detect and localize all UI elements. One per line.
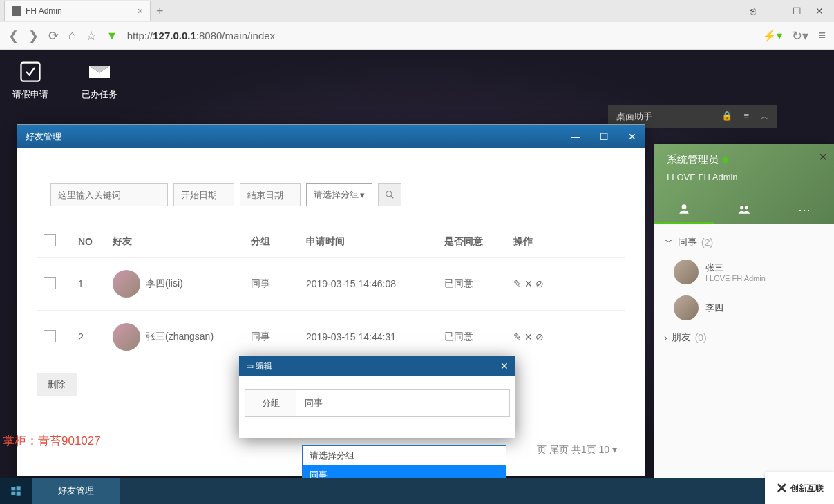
person-icon (677, 202, 691, 216)
brand-text: 掌柜：青苔901027 (3, 433, 101, 449)
browser-tab[interactable]: FH Admin × (4, 1, 151, 21)
back-icon[interactable]: ❮ (8, 28, 19, 43)
group-select[interactable]: 请选择分组▾ (306, 183, 372, 206)
svg-point-1 (386, 191, 392, 197)
chat-panel: × 系统管理员 I LOVE FH Admin ⋯ ﹀同事(2) 张三I LOV… (654, 144, 834, 478)
edit-icon[interactable]: ✎ (513, 331, 524, 342)
window-titlebar[interactable]: 好友管理 — ☐ ✕ (17, 125, 645, 148)
avatar (113, 323, 140, 351)
friend-group-header[interactable]: ﹀同事(2) (664, 231, 824, 254)
collapse-icon[interactable]: ︿ (760, 110, 769, 123)
edit-icon (18, 59, 43, 84)
delete-icon[interactable]: ✕ (524, 331, 536, 342)
window-min-icon[interactable]: — (571, 131, 580, 142)
shield-icon[interactable]: ▼ (106, 30, 117, 42)
forward-icon[interactable]: ❯ (28, 28, 39, 43)
group-dropdown: 请选择分组 同事 朋友 (302, 445, 506, 478)
block-icon[interactable]: ⊘ (536, 331, 547, 342)
avatar (674, 295, 699, 320)
friend-item[interactable]: 李四 (664, 290, 824, 326)
keyword-input[interactable] (50, 183, 168, 206)
desktop-icon-done-tasks[interactable]: 已办任务 (82, 59, 117, 101)
tab-close-icon[interactable]: × (138, 6, 143, 17)
svg-rect-0 (21, 63, 40, 81)
edit-icon[interactable]: ✎ (513, 278, 524, 289)
tab-more[interactable]: ⋯ (774, 196, 834, 224)
window-close-icon[interactable]: ✕ (815, 6, 824, 17)
avatar (113, 270, 140, 298)
dots-icon: ⋯ (798, 202, 811, 217)
end-date-input[interactable] (240, 183, 301, 206)
group-select-value[interactable]: 同事 (296, 390, 509, 416)
dropdown-option[interactable]: 同事 (303, 465, 506, 478)
online-dot-icon (723, 157, 728, 163)
watermark-logo: ✕创新互联 (765, 472, 834, 504)
window-max-icon[interactable]: ☐ (600, 131, 609, 142)
windows-icon (10, 485, 21, 496)
svg-rect-6 (17, 486, 21, 490)
star-icon[interactable]: ☆ (86, 28, 97, 43)
people-icon (737, 203, 752, 217)
undo-icon[interactable]: ↻▾ (792, 28, 808, 43)
bolt-icon[interactable]: ⚡▾ (763, 29, 782, 42)
browser-toolbar: ❮ ❯ ⟳ ⌂ ☆ ▼ http://127.0.0.1:8080/main/i… (0, 22, 834, 50)
tab-favicon (12, 6, 21, 16)
list-icon[interactable]: ≡ (743, 110, 749, 123)
svg-rect-7 (11, 492, 15, 495)
lock-icon[interactable]: 🔒 (721, 110, 732, 123)
avatar (674, 260, 699, 284)
dropdown-option[interactable]: 请选择分组 (303, 446, 506, 465)
chevron-right-icon: › (664, 332, 667, 343)
friend-item[interactable]: 张三I LOVE FH Admin (664, 254, 824, 290)
row-checkbox[interactable] (44, 330, 56, 342)
desktop-area: 请假申请 已办任务 桌面助手 🔒 ≡ ︿ 好友管理 — ☐ ✕ (0, 50, 834, 478)
svg-rect-8 (17, 492, 21, 496)
home-icon[interactable]: ⌂ (68, 28, 76, 43)
taskbar: 好友管理 (0, 478, 834, 504)
modal-titlebar[interactable]: ▭ 编辑 ✕ (239, 356, 515, 376)
desktop-icon-leave-request[interactable]: 请假申请 (12, 59, 48, 101)
window-minimize-icon[interactable]: — (769, 6, 779, 17)
chat-header: × 系统管理员 I LOVE FH Admin ⋯ (654, 144, 834, 224)
svg-rect-5 (11, 487, 15, 490)
svg-point-4 (745, 206, 748, 209)
tab-groups[interactable] (714, 196, 775, 224)
row-checkbox[interactable] (44, 277, 56, 289)
group-label: 分组 (245, 390, 296, 416)
modal-close-icon[interactable]: ✕ (500, 360, 509, 371)
tab-contacts[interactable] (654, 196, 714, 224)
friends-table: NO 好友 分组 申请时间 是否同意 操作 1 李四(lisi) 同事 2019… (37, 226, 625, 363)
refresh-icon[interactable]: ⟳ (48, 28, 59, 43)
svg-point-3 (740, 206, 743, 209)
search-icon (385, 190, 395, 200)
modal-icon: ▭ (246, 361, 254, 371)
table-row: 1 李四(lisi) 同事 2019-03-15 14:46:08 已同意 ✎✕… (37, 258, 625, 311)
window-maximize-icon[interactable]: ☐ (793, 6, 802, 17)
search-button[interactable] (378, 183, 401, 206)
start-button[interactable] (0, 478, 32, 504)
address-bar[interactable]: http://127.0.0.1:8080/main/index (127, 30, 754, 41)
start-date-input[interactable] (173, 183, 234, 206)
friend-group-header[interactable]: ›朋友(0) (664, 326, 824, 349)
menu-icon[interactable]: ≡ (818, 28, 826, 43)
window-close-icon[interactable]: ✕ (628, 131, 636, 142)
block-icon[interactable]: ⊘ (536, 278, 547, 289)
chat-close-icon[interactable]: × (819, 149, 827, 165)
chevron-down-icon: ﹀ (664, 236, 674, 249)
delete-icon[interactable]: ✕ (524, 278, 536, 289)
tab-title: FH Admin (26, 6, 62, 16)
pagination[interactable]: 页 尾页 共1页 10 ▾ (537, 444, 617, 456)
browser-tab-strip: FH Admin × + ⎘ — ☐ ✕ (0, 0, 834, 22)
taskbar-item[interactable]: 好友管理 (32, 478, 120, 504)
edit-modal: ▭ 编辑 ✕ 分组 同事 请选择分组 同事 朋友 (239, 356, 515, 438)
select-all-checkbox[interactable] (44, 234, 56, 246)
browser-extras-icon[interactable]: ⎘ (750, 6, 755, 17)
svg-point-2 (682, 204, 687, 209)
table-row: 2 张三(zhangsan) 同事 2019-03-15 14:44:31 已同… (37, 311, 625, 364)
envelope-icon (87, 59, 112, 84)
delete-button[interactable]: 删除 (37, 373, 77, 396)
new-tab-button[interactable]: + (156, 4, 164, 19)
